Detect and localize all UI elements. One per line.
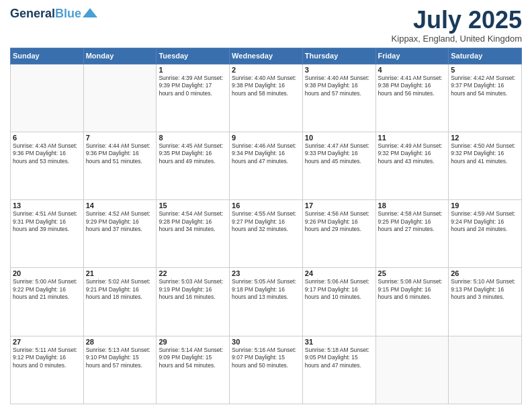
cell-text: Sunrise: 4:43 AM Sunset: 9:36 PM Dayligh…: [13, 142, 81, 165]
cell-text: Sunrise: 5:03 AM Sunset: 9:19 PM Dayligh…: [159, 278, 227, 301]
table-row: [449, 336, 522, 404]
cell-text: Sunrise: 5:08 AM Sunset: 9:15 PM Dayligh…: [378, 278, 447, 301]
day-number: 20: [13, 269, 81, 277]
cell-text: Sunrise: 4:56 AM Sunset: 9:26 PM Dayligh…: [305, 210, 373, 233]
table-row: 29Sunrise: 5:14 AM Sunset: 9:09 PM Dayli…: [157, 336, 230, 404]
location: Kippax, England, United Kingdom: [392, 34, 522, 44]
cell-text: Sunrise: 4:41 AM Sunset: 9:38 PM Dayligh…: [378, 75, 447, 97]
logo: GeneralBlue: [10, 7, 97, 21]
table-row: 6Sunrise: 4:43 AM Sunset: 9:36 PM Daylig…: [11, 132, 84, 199]
calendar-week-row: 1Sunrise: 4:39 AM Sunset: 9:39 PM Daylig…: [11, 64, 522, 132]
day-number: 3: [305, 66, 373, 74]
day-number: 21: [86, 269, 154, 277]
table-row: 11Sunrise: 4:49 AM Sunset: 9:32 PM Dayli…: [375, 132, 449, 199]
table-row: 25Sunrise: 5:08 AM Sunset: 9:15 PM Dayli…: [375, 268, 449, 336]
table-row: 4Sunrise: 4:41 AM Sunset: 9:38 PM Daylig…: [375, 64, 449, 132]
calendar-week-row: 20Sunrise: 5:00 AM Sunset: 9:22 PM Dayli…: [11, 268, 522, 336]
day-number: 27: [13, 338, 81, 346]
cell-text: Sunrise: 5:02 AM Sunset: 9:21 PM Dayligh…: [86, 278, 154, 301]
table-row: [83, 64, 157, 132]
col-wednesday: Wednesday: [230, 48, 303, 64]
table-row: 21Sunrise: 5:02 AM Sunset: 9:21 PM Dayli…: [83, 268, 157, 336]
calendar-week-row: 6Sunrise: 4:43 AM Sunset: 9:36 PM Daylig…: [11, 132, 522, 199]
day-number: 12: [451, 134, 519, 142]
page: GeneralBlue July 2025 Kippax, England, U…: [0, 0, 532, 411]
day-number: 4: [378, 66, 447, 74]
logo-blue: Blue: [55, 7, 81, 20]
table-row: 27Sunrise: 5:11 AM Sunset: 9:12 PM Dayli…: [11, 336, 84, 404]
logo-icon: [83, 8, 97, 17]
col-monday: Monday: [83, 48, 157, 64]
day-number: 6: [13, 134, 81, 142]
cell-text: Sunrise: 4:40 AM Sunset: 9:38 PM Dayligh…: [305, 75, 373, 97]
table-row: 19Sunrise: 4:59 AM Sunset: 9:24 PM Dayli…: [449, 200, 522, 268]
day-number: 23: [232, 269, 300, 277]
cell-text: Sunrise: 4:49 AM Sunset: 9:32 PM Dayligh…: [378, 142, 447, 165]
table-row: 17Sunrise: 4:56 AM Sunset: 9:26 PM Dayli…: [302, 200, 375, 268]
table-row: 9Sunrise: 4:46 AM Sunset: 9:34 PM Daylig…: [230, 132, 303, 199]
table-row: 24Sunrise: 5:06 AM Sunset: 9:17 PM Dayli…: [302, 268, 375, 336]
day-number: 26: [451, 269, 519, 277]
logo-text: GeneralBlue: [10, 7, 81, 21]
cell-text: Sunrise: 4:44 AM Sunset: 9:36 PM Dayligh…: [86, 142, 154, 165]
table-row: 13Sunrise: 4:51 AM Sunset: 9:31 PM Dayli…: [11, 200, 84, 268]
cell-text: Sunrise: 5:13 AM Sunset: 9:10 PM Dayligh…: [86, 347, 154, 369]
day-number: 14: [86, 201, 154, 210]
col-sunday: Sunday: [11, 48, 84, 64]
cell-text: Sunrise: 5:10 AM Sunset: 9:13 PM Dayligh…: [451, 278, 519, 301]
title-area: July 2025 Kippax, England, United Kingdo…: [392, 7, 522, 44]
day-number: 31: [305, 338, 373, 346]
cell-text: Sunrise: 5:11 AM Sunset: 9:12 PM Dayligh…: [13, 347, 81, 369]
day-number: 30: [232, 338, 300, 346]
calendar-header-row: Sunday Monday Tuesday Wednesday Thursday…: [11, 48, 522, 64]
table-row: 10Sunrise: 4:47 AM Sunset: 9:33 PM Dayli…: [302, 132, 375, 199]
cell-text: Sunrise: 4:46 AM Sunset: 9:34 PM Dayligh…: [232, 142, 300, 165]
table-row: 26Sunrise: 5:10 AM Sunset: 9:13 PM Dayli…: [449, 268, 522, 336]
day-number: 22: [159, 269, 227, 277]
cell-text: Sunrise: 4:58 AM Sunset: 9:25 PM Dayligh…: [378, 210, 447, 233]
cell-text: Sunrise: 4:51 AM Sunset: 9:31 PM Dayligh…: [13, 210, 81, 233]
cell-text: Sunrise: 4:54 AM Sunset: 9:28 PM Dayligh…: [159, 210, 227, 233]
header: GeneralBlue July 2025 Kippax, England, U…: [10, 7, 522, 44]
day-number: 24: [305, 269, 373, 277]
day-number: 11: [378, 134, 447, 142]
cell-text: Sunrise: 4:55 AM Sunset: 9:27 PM Dayligh…: [232, 210, 300, 233]
table-row: 2Sunrise: 4:40 AM Sunset: 9:38 PM Daylig…: [230, 64, 303, 132]
day-number: 10: [305, 134, 373, 142]
cell-text: Sunrise: 5:06 AM Sunset: 9:17 PM Dayligh…: [305, 278, 373, 301]
table-row: 20Sunrise: 5:00 AM Sunset: 9:22 PM Dayli…: [11, 268, 84, 336]
table-row: 16Sunrise: 4:55 AM Sunset: 9:27 PM Dayli…: [230, 200, 303, 268]
col-friday: Friday: [375, 48, 449, 64]
day-number: 1: [159, 66, 227, 74]
day-number: 18: [378, 201, 447, 210]
cell-text: Sunrise: 4:45 AM Sunset: 9:35 PM Dayligh…: [159, 142, 227, 165]
table-row: 5Sunrise: 4:42 AM Sunset: 9:37 PM Daylig…: [449, 64, 522, 132]
day-number: 13: [13, 201, 81, 210]
cell-text: Sunrise: 5:18 AM Sunset: 9:05 PM Dayligh…: [305, 347, 373, 369]
day-number: 28: [86, 338, 154, 346]
day-number: 8: [159, 134, 227, 142]
cell-text: Sunrise: 4:47 AM Sunset: 9:33 PM Dayligh…: [305, 142, 373, 165]
day-number: 16: [232, 201, 300, 210]
table-row: 18Sunrise: 4:58 AM Sunset: 9:25 PM Dayli…: [375, 200, 449, 268]
col-tuesday: Tuesday: [157, 48, 230, 64]
table-row: 15Sunrise: 4:54 AM Sunset: 9:28 PM Dayli…: [157, 200, 230, 268]
cell-text: Sunrise: 4:50 AM Sunset: 9:32 PM Dayligh…: [451, 142, 519, 165]
day-number: 29: [159, 338, 227, 346]
day-number: 25: [378, 269, 447, 277]
table-row: 3Sunrise: 4:40 AM Sunset: 9:38 PM Daylig…: [302, 64, 375, 132]
table-row: 12Sunrise: 4:50 AM Sunset: 9:32 PM Dayli…: [449, 132, 522, 199]
day-number: 2: [232, 66, 300, 74]
day-number: 15: [159, 201, 227, 210]
calendar-week-row: 27Sunrise: 5:11 AM Sunset: 9:12 PM Dayli…: [11, 336, 522, 404]
table-row: [375, 336, 449, 404]
cell-text: Sunrise: 4:59 AM Sunset: 9:24 PM Dayligh…: [451, 210, 519, 233]
cell-text: Sunrise: 4:39 AM Sunset: 9:39 PM Dayligh…: [159, 75, 227, 97]
table-row: 31Sunrise: 5:18 AM Sunset: 9:05 PM Dayli…: [302, 336, 375, 404]
cell-text: Sunrise: 5:16 AM Sunset: 9:07 PM Dayligh…: [232, 347, 300, 369]
month-title: July 2025: [392, 7, 522, 34]
calendar-week-row: 13Sunrise: 4:51 AM Sunset: 9:31 PM Dayli…: [11, 200, 522, 268]
table-row: 22Sunrise: 5:03 AM Sunset: 9:19 PM Dayli…: [157, 268, 230, 336]
day-number: 19: [451, 201, 519, 210]
day-number: 9: [232, 134, 300, 142]
